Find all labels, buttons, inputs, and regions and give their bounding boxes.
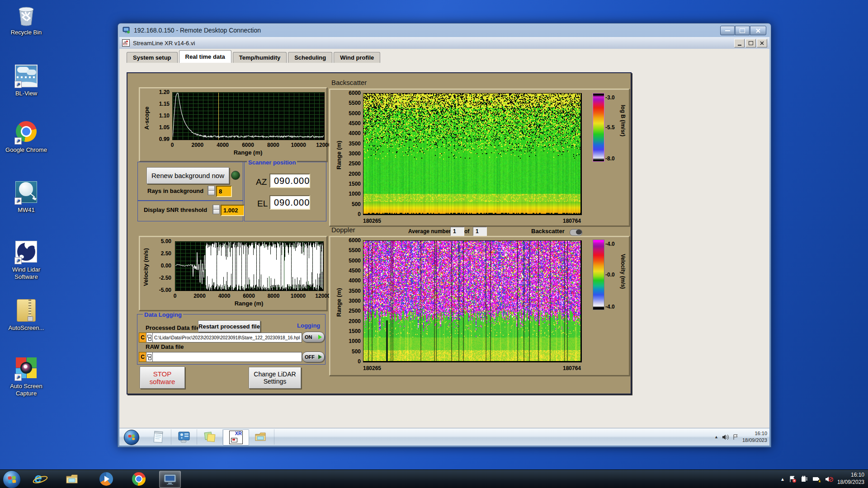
remote-volume-icon[interactable] bbox=[722, 434, 729, 440]
rays-stepper[interactable] bbox=[208, 186, 214, 195]
chrome-icon bbox=[132, 472, 146, 486]
ascope-x-tick: 4000 bbox=[217, 142, 229, 148]
processed-file-label: Processed Data file bbox=[146, 324, 200, 331]
velocity-x-tick: 6000 bbox=[243, 293, 255, 299]
taskbar-internet-explorer[interactable]: e bbox=[29, 471, 50, 487]
backscatter-y-tick: 0 bbox=[358, 211, 361, 217]
el-value-field[interactable]: 090.000 bbox=[269, 195, 310, 210]
raw-drive-button[interactable]: C bbox=[139, 352, 146, 362]
average-number-field[interactable]: 1 bbox=[450, 227, 464, 236]
desktop-icon-mw41[interactable]: ↗MW41 bbox=[4, 180, 49, 214]
app-close-button[interactable] bbox=[757, 39, 767, 47]
velocity-y-tick: 2.50 bbox=[161, 250, 171, 257]
doppler-colorbar-tick: -0.0 bbox=[605, 272, 615, 278]
remote-task-notepad[interactable] bbox=[146, 429, 171, 445]
velocity-x-tick: 8000 bbox=[268, 293, 280, 299]
ascope-y-tick: 1.15 bbox=[159, 101, 170, 107]
stop-software-button[interactable]: STOPsoftware bbox=[140, 366, 185, 389]
app-restore-button[interactable] bbox=[745, 39, 756, 47]
raw-path-field[interactable] bbox=[152, 352, 302, 362]
taskbar-chrome[interactable] bbox=[128, 471, 149, 487]
remote-start-button[interactable] bbox=[124, 430, 139, 445]
renew-background-button[interactable]: Renew background now bbox=[146, 167, 229, 184]
remote-task-control-panel[interactable] bbox=[171, 429, 197, 445]
power-plug-icon[interactable] bbox=[801, 475, 808, 483]
remote-task-sticky-notes[interactable] bbox=[197, 429, 223, 445]
remote-task-streamline-xr[interactable]: XR bbox=[223, 429, 249, 446]
backscatter-y-tick: 3000 bbox=[349, 150, 361, 157]
battery-warning-icon[interactable] bbox=[812, 475, 821, 483]
tab-system-setup[interactable]: System setup bbox=[127, 52, 178, 63]
raw-logging-toggle[interactable]: OFF bbox=[302, 352, 325, 362]
restart-processed-file-button[interactable]: Restart processed file bbox=[198, 320, 260, 332]
backscatter-toggle-switch[interactable] bbox=[570, 229, 582, 236]
media-player-icon bbox=[99, 472, 113, 486]
remote-tray-expand-icon[interactable]: ▲ bbox=[714, 435, 718, 439]
tab-wind-profile[interactable]: Wind profile bbox=[334, 52, 380, 63]
autoscreen-zip-icon bbox=[14, 299, 38, 323]
desktop-icon-autoscreen-zip[interactable]: AutoScreen... bbox=[4, 298, 49, 332]
tab-real-time-data[interactable]: Real time data bbox=[179, 50, 231, 63]
desktop-icon-google-chrome[interactable]: ↗Google Chrome bbox=[4, 120, 49, 154]
change-lidar-settings-button[interactable]: Change LiDARSettings bbox=[249, 367, 301, 389]
start-button[interactable] bbox=[3, 470, 21, 488]
off-arrow-icon bbox=[318, 355, 322, 359]
rdp-minimize-button[interactable] bbox=[720, 26, 735, 35]
rays-value-field[interactable]: 8 bbox=[216, 186, 232, 197]
backscatter-y-tick: 5500 bbox=[349, 100, 361, 106]
app-minimize-button[interactable] bbox=[734, 39, 745, 47]
rdp-close-button[interactable] bbox=[750, 26, 766, 35]
taskbar-remote-desktop-active[interactable] bbox=[159, 471, 181, 488]
snr-value-field[interactable]: 1.002 bbox=[221, 205, 245, 216]
ascope-y-tick: 0.99 bbox=[159, 136, 170, 142]
doppler-colorbar-tick: -4.0 bbox=[605, 241, 615, 247]
average-count-field[interactable]: 1 bbox=[473, 227, 487, 236]
tab-temp-humidity[interactable]: Temp/humidity bbox=[233, 52, 287, 63]
shortcut-arrow-icon: ↗ bbox=[14, 137, 22, 145]
remote-action-center-icon[interactable] bbox=[732, 434, 739, 440]
desktop-icon-recycle-bin[interactable]: Recycle Bin bbox=[4, 4, 49, 36]
tab-scheduling[interactable]: Scheduling bbox=[288, 52, 332, 63]
ascope-x-tick: 8000 bbox=[267, 142, 279, 148]
logging-label: Logging bbox=[296, 322, 321, 329]
remote-task-file-explorer[interactable] bbox=[249, 429, 274, 445]
doppler-y-tick: 6000 bbox=[349, 237, 361, 244]
tray-expand-icon[interactable]: ▲ bbox=[780, 477, 785, 482]
data-logging-title: Data Logging bbox=[143, 311, 183, 318]
host-clock[interactable]: 16:10 18/09/2023 bbox=[837, 472, 864, 486]
doppler-y-tick: 2500 bbox=[349, 308, 361, 314]
snr-stepper[interactable] bbox=[212, 205, 219, 214]
remote-clock[interactable]: 16:10 18/09/2023 bbox=[742, 430, 767, 444]
desktop-icon-bl-view[interactable]: ↗BL-View bbox=[4, 63, 49, 97]
taskbar-file-explorer[interactable] bbox=[62, 471, 83, 487]
ascope-x-ticks: 020004000600080001000012000 bbox=[172, 142, 324, 148]
processed-drive-button[interactable]: C bbox=[139, 333, 146, 343]
desktop-icon-label: MW41 bbox=[4, 206, 49, 214]
desktop-icon-label: Wind Lidar Software bbox=[4, 266, 49, 281]
backscatter-y-ticks: 6000550050004500400035003000250020001500… bbox=[344, 93, 362, 214]
shortcut-arrow-icon: ↗ bbox=[14, 197, 22, 205]
desktop-icon-auto-screen-capture[interactable]: ↗Auto Screen Capture bbox=[4, 356, 49, 398]
processed-logging-toggle[interactable]: ON bbox=[302, 332, 325, 343]
volume-muted-icon[interactable] bbox=[825, 476, 833, 483]
bl-view-icon: ↗ bbox=[14, 65, 38, 88]
processed-path-field[interactable]: C:\Lidar\Data\Proc\2023\202309\20230918\… bbox=[152, 333, 302, 343]
rdp-maximize-button[interactable] bbox=[735, 26, 750, 35]
az-value-field[interactable]: 090.000 bbox=[269, 174, 310, 188]
velocity-y-tick: -5.00 bbox=[159, 287, 171, 293]
app-titlebar[interactable]: StreamLine XR v14-6.vi bbox=[119, 37, 769, 49]
desktop-icon-wind-lidar-software[interactable]: ↗Wind Lidar Software bbox=[4, 239, 49, 281]
doppler-x-ticks: 180265 180764 bbox=[363, 365, 581, 371]
ascope-x-tick: 2000 bbox=[191, 142, 203, 148]
rdp-titlebar[interactable]: 192.168.0.150 - Remote Desktop Connectio… bbox=[118, 23, 771, 37]
ascope-x-axis-label: Range (m) bbox=[172, 149, 324, 156]
raw-browse-icon[interactable] bbox=[146, 352, 153, 362]
backscatter-colorbar-label: log B (/m/sr) bbox=[620, 105, 626, 159]
velocity-x-ticks: 020004000600080001000012000 bbox=[175, 293, 323, 299]
velocity-x-tick: 0 bbox=[174, 293, 177, 299]
taskbar-media-player[interactable] bbox=[96, 471, 117, 487]
action-center-flag-icon[interactable] bbox=[789, 475, 797, 483]
scanner-position-title: Scanner position bbox=[247, 159, 297, 166]
az-label: AZ bbox=[256, 177, 267, 187]
processed-browse-icon[interactable] bbox=[146, 333, 153, 343]
